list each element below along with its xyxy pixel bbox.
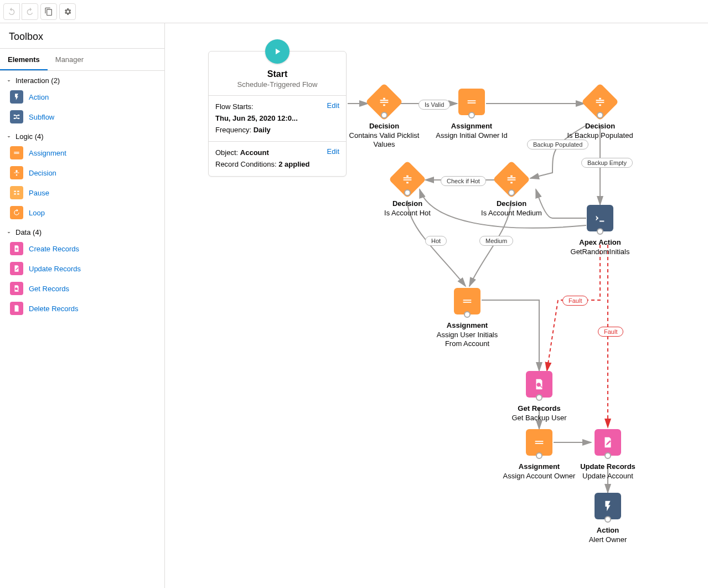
section-interaction-label: Interaction (2) xyxy=(15,76,60,85)
palette-delete-records[interactable]: Delete Records xyxy=(0,298,164,318)
decision-icon xyxy=(10,166,23,179)
pause-icon xyxy=(10,186,23,199)
start-object-info: Object: Account Record Conditions: 2 app… xyxy=(215,147,310,171)
edge-label-is-valid[interactable]: Is Valid xyxy=(418,100,450,110)
node-decision-backup-populated[interactable]: Decision Is Backup Populated xyxy=(561,89,639,140)
palette-subflow[interactable]: Subflow xyxy=(0,107,164,127)
palette-get-records-label: Get Records xyxy=(29,285,69,293)
connector-dot[interactable] xyxy=(404,189,411,196)
bolt-icon xyxy=(602,500,614,512)
edge-label-fault-2[interactable]: Fault xyxy=(598,327,623,337)
palette-get-records[interactable]: Get Records xyxy=(0,278,164,298)
redo-button[interactable] xyxy=(22,3,38,20)
apex-icon xyxy=(594,212,606,224)
node-apex-action[interactable]: Apex Action GetRandomInitials xyxy=(561,205,639,256)
palette-decision-label: Decision xyxy=(29,169,56,177)
assign-icon xyxy=(466,96,478,108)
tab-elements[interactable]: Elements xyxy=(0,49,48,70)
node-action-alert-owner[interactable]: Action Alert Owner xyxy=(569,493,647,544)
section-data-label: Data (4) xyxy=(15,228,42,236)
flow-canvas[interactable]: Start Schedule-Triggered Flow Flow Start… xyxy=(165,23,708,588)
decision-icon xyxy=(505,173,518,185)
redo-icon xyxy=(25,7,34,16)
play-icon xyxy=(272,47,282,56)
subflow-icon xyxy=(10,110,23,123)
palette-delete-records-label: Delete Records xyxy=(29,305,79,313)
decision-icon xyxy=(378,96,390,108)
palette-pause-label: Pause xyxy=(29,189,49,197)
decision-icon xyxy=(594,96,606,108)
edge-label-check-if-hot[interactable]: Check if Hot xyxy=(441,176,486,186)
palette-action[interactable]: Action xyxy=(0,87,164,107)
connector-dot[interactable] xyxy=(381,112,387,118)
assign-icon xyxy=(533,436,545,448)
start-subtitle: Schedule-Triggered Flow xyxy=(214,80,340,89)
palette-loop[interactable]: Loop xyxy=(0,203,164,223)
node-decision-account-medium[interactable]: Decision Is Account Medium xyxy=(473,166,550,218)
tab-manager[interactable]: Manager xyxy=(48,49,91,70)
edge-label-medium[interactable]: Medium xyxy=(479,236,513,246)
bolt-icon xyxy=(10,90,23,104)
assign-icon xyxy=(461,295,473,307)
connector-dot[interactable] xyxy=(508,189,515,196)
node-assignment-account-owner[interactable]: Assignment Assign Account Owner xyxy=(500,429,578,481)
edit-schedule-link[interactable]: Edit xyxy=(327,101,339,110)
palette-update-records[interactable]: Update Records xyxy=(0,259,164,278)
assign-icon xyxy=(10,146,23,159)
node-decision-account-hot[interactable]: Decision Is Account Hot xyxy=(369,166,446,218)
update-icon xyxy=(10,262,23,275)
connector-dot[interactable] xyxy=(536,452,542,459)
start-play-button[interactable] xyxy=(265,39,290,64)
top-toolbar xyxy=(0,0,708,23)
get-icon xyxy=(10,282,23,295)
palette-decision[interactable]: Decision xyxy=(0,163,164,183)
palette-subflow-label: Subflow xyxy=(29,113,54,121)
chevron-down-icon xyxy=(6,229,12,236)
palette-pause[interactable]: Pause xyxy=(0,183,164,203)
section-data[interactable]: Data (4) xyxy=(0,223,164,239)
decision-icon xyxy=(401,173,414,185)
copy-button[interactable] xyxy=(40,3,57,20)
chevron-down-icon xyxy=(6,133,12,140)
delete-icon xyxy=(10,302,23,315)
edit-object-link[interactable]: Edit xyxy=(327,147,339,156)
section-logic[interactable]: Logic (4) xyxy=(0,127,164,143)
palette-create-records[interactable]: Create Records xyxy=(0,239,164,259)
connector-dot[interactable] xyxy=(464,311,471,318)
edge-label-fault-1[interactable]: Fault xyxy=(562,296,588,306)
palette-update-records-label: Update Records xyxy=(29,265,81,273)
create-icon xyxy=(10,242,23,255)
connector-dot[interactable] xyxy=(468,112,475,118)
connector-dot[interactable] xyxy=(536,394,542,401)
node-update-records-account[interactable]: Update Records Update Account xyxy=(569,429,647,481)
node-assignment-user-initials[interactable]: Assignment Assign User Initials From Acc… xyxy=(428,288,506,349)
connector-dot[interactable] xyxy=(597,228,603,235)
toolbox-tabs: Elements Manager xyxy=(0,49,164,71)
edge-label-hot[interactable]: Hot xyxy=(425,236,447,246)
section-interaction[interactable]: Interaction (2) xyxy=(0,71,164,87)
settings-button[interactable] xyxy=(59,3,76,20)
start-schedule-info: Flow Starts: Thu, Jun 25, 2020 12:0... F… xyxy=(215,101,323,136)
section-logic-label: Logic (4) xyxy=(15,132,44,141)
chevron-down-icon xyxy=(6,78,12,84)
undo-icon xyxy=(7,7,16,16)
palette-create-records-label: Create Records xyxy=(29,245,79,253)
connector-dot[interactable] xyxy=(597,112,603,118)
palette-assignment[interactable]: Assignment xyxy=(0,143,164,163)
start-node[interactable]: Start Schedule-Triggered Flow Flow Start… xyxy=(208,51,347,177)
start-title: Start xyxy=(214,69,340,79)
copy-icon xyxy=(44,7,53,16)
node-decision-contains-valid[interactable]: Decision Contains Valid Picklist Values xyxy=(345,89,423,149)
edge-label-backup-populated[interactable]: Backup Populated xyxy=(527,140,588,149)
palette-assignment-label: Assignment xyxy=(29,149,66,157)
get-icon xyxy=(533,378,545,390)
edge-label-backup-empty[interactable]: Backup Empty xyxy=(581,158,633,168)
gear-icon xyxy=(63,7,72,16)
node-assignment-initial-owner[interactable]: Assignment Assign Initial Owner Id xyxy=(433,89,510,140)
palette-action-label: Action xyxy=(29,93,49,101)
undo-button[interactable] xyxy=(3,3,20,20)
connector-dot[interactable] xyxy=(604,516,611,523)
connector-dot[interactable] xyxy=(604,452,611,459)
node-get-records-backup-user[interactable]: Get Records Get Backup User xyxy=(500,371,578,422)
palette-loop-label: Loop xyxy=(29,209,45,217)
